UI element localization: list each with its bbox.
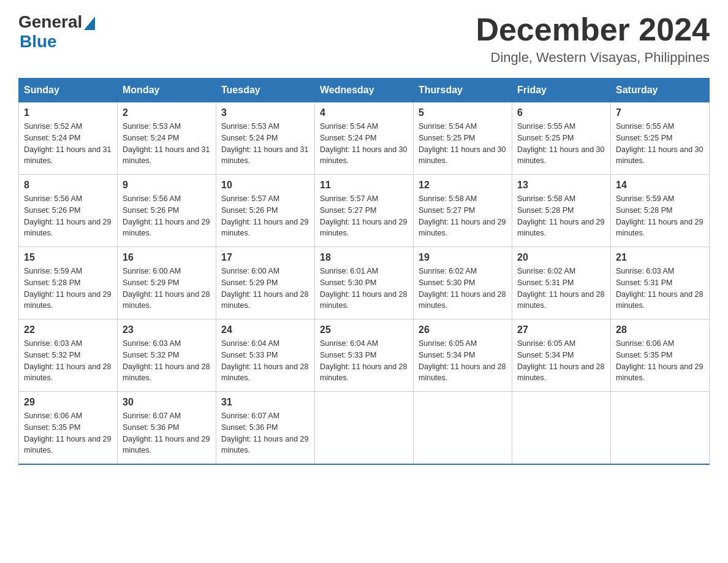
- calendar-header-wednesday: Wednesday: [315, 79, 414, 102]
- day-number: 23: [123, 324, 211, 335]
- day-info: Sunrise: 6:02 AMSunset: 5:31 PMDaylight:…: [517, 267, 604, 310]
- day-number: 21: [616, 252, 704, 263]
- calendar-cell: 9 Sunrise: 5:56 AMSunset: 5:26 PMDayligh…: [118, 175, 216, 247]
- day-number: 8: [24, 180, 112, 191]
- day-info: Sunrise: 6:07 AMSunset: 5:36 PMDaylight:…: [123, 412, 210, 454]
- calendar-cell: 20 Sunrise: 6:02 AMSunset: 5:31 PMDaylig…: [512, 247, 611, 320]
- calendar-week-row: 1 Sunrise: 5:52 AMSunset: 5:24 PMDayligh…: [19, 102, 710, 175]
- calendar-cell: [611, 392, 710, 465]
- day-number: 22: [24, 324, 112, 335]
- day-number: 17: [221, 252, 309, 263]
- day-number: 25: [320, 324, 408, 335]
- day-number: 20: [517, 252, 605, 263]
- day-number: 24: [221, 324, 309, 335]
- title-section: December 2024 Dingle, Western Visayas, P…: [476, 12, 710, 66]
- day-number: 2: [123, 107, 211, 118]
- day-number: 13: [517, 180, 605, 191]
- calendar-header-monday: Monday: [118, 79, 216, 102]
- month-title: December 2024: [476, 12, 710, 47]
- day-info: Sunrise: 6:05 AMSunset: 5:34 PMDaylight:…: [419, 339, 506, 382]
- location-subtitle: Dingle, Western Visayas, Philippines: [476, 50, 710, 66]
- calendar-cell: [414, 392, 512, 465]
- calendar-week-row: 22 Sunrise: 6:03 AMSunset: 5:32 PMDaylig…: [19, 320, 710, 392]
- calendar-cell: 5 Sunrise: 5:54 AMSunset: 5:25 PMDayligh…: [414, 102, 512, 175]
- calendar-week-row: 8 Sunrise: 5:56 AMSunset: 5:26 PMDayligh…: [19, 175, 710, 247]
- day-number: 30: [123, 397, 211, 408]
- calendar-cell: 31 Sunrise: 6:07 AMSunset: 5:36 PMDaylig…: [216, 392, 315, 465]
- day-info: Sunrise: 6:02 AMSunset: 5:30 PMDaylight:…: [419, 267, 506, 310]
- calendar-cell: 7 Sunrise: 5:55 AMSunset: 5:25 PMDayligh…: [611, 102, 710, 175]
- day-info: Sunrise: 5:55 AMSunset: 5:25 PMDaylight:…: [517, 122, 604, 165]
- day-info: Sunrise: 5:53 AMSunset: 5:24 PMDaylight:…: [221, 122, 308, 165]
- calendar-header-sunday: Sunday: [19, 79, 118, 102]
- day-number: 18: [320, 252, 408, 263]
- day-number: 19: [419, 252, 507, 263]
- day-info: Sunrise: 5:52 AMSunset: 5:24 PMDaylight:…: [24, 122, 111, 165]
- calendar-cell: 23 Sunrise: 6:03 AMSunset: 5:32 PMDaylig…: [118, 320, 216, 392]
- day-number: 7: [616, 107, 704, 118]
- day-info: Sunrise: 5:54 AMSunset: 5:25 PMDaylight:…: [419, 122, 506, 165]
- day-info: Sunrise: 6:01 AMSunset: 5:30 PMDaylight:…: [320, 267, 407, 310]
- calendar-cell: 6 Sunrise: 5:55 AMSunset: 5:25 PMDayligh…: [512, 102, 611, 175]
- day-number: 11: [320, 180, 408, 191]
- calendar-header-friday: Friday: [512, 79, 611, 102]
- day-info: Sunrise: 5:57 AMSunset: 5:26 PMDaylight:…: [221, 194, 308, 237]
- day-number: 28: [616, 324, 704, 335]
- calendar-cell: 22 Sunrise: 6:03 AMSunset: 5:32 PMDaylig…: [19, 320, 118, 392]
- day-info: Sunrise: 5:54 AMSunset: 5:24 PMDaylight:…: [320, 122, 407, 165]
- day-info: Sunrise: 6:04 AMSunset: 5:33 PMDaylight:…: [221, 339, 308, 382]
- calendar-cell: 8 Sunrise: 5:56 AMSunset: 5:26 PMDayligh…: [19, 175, 118, 247]
- calendar-cell: 30 Sunrise: 6:07 AMSunset: 5:36 PMDaylig…: [118, 392, 216, 465]
- day-number: 6: [517, 107, 605, 118]
- calendar-cell: 17 Sunrise: 6:00 AMSunset: 5:29 PMDaylig…: [216, 247, 315, 320]
- day-number: 31: [221, 397, 309, 408]
- logo-triangle-icon: [84, 17, 95, 30]
- day-info: Sunrise: 6:05 AMSunset: 5:34 PMDaylight:…: [517, 339, 604, 382]
- calendar-cell: 16 Sunrise: 6:00 AMSunset: 5:29 PMDaylig…: [118, 247, 216, 320]
- day-number: 16: [123, 252, 211, 263]
- day-number: 29: [24, 397, 112, 408]
- day-info: Sunrise: 6:03 AMSunset: 5:32 PMDaylight:…: [123, 339, 210, 382]
- day-number: 26: [419, 324, 507, 335]
- logo-general-text: General: [18, 12, 82, 32]
- calendar-table: SundayMondayTuesdayWednesdayThursdayFrid…: [18, 78, 710, 465]
- calendar-week-row: 29 Sunrise: 6:06 AMSunset: 5:35 PMDaylig…: [19, 392, 710, 465]
- day-info: Sunrise: 5:59 AMSunset: 5:28 PMDaylight:…: [616, 194, 703, 237]
- calendar-header-saturday: Saturday: [611, 79, 710, 102]
- day-info: Sunrise: 5:59 AMSunset: 5:28 PMDaylight:…: [24, 267, 111, 310]
- day-number: 27: [517, 324, 605, 335]
- day-info: Sunrise: 6:07 AMSunset: 5:36 PMDaylight:…: [221, 412, 308, 454]
- calendar-cell: 3 Sunrise: 5:53 AMSunset: 5:24 PMDayligh…: [216, 102, 315, 175]
- calendar-cell: 15 Sunrise: 5:59 AMSunset: 5:28 PMDaylig…: [19, 247, 118, 320]
- calendar-cell: 1 Sunrise: 5:52 AMSunset: 5:24 PMDayligh…: [19, 102, 118, 175]
- day-number: 4: [320, 107, 408, 118]
- day-info: Sunrise: 5:57 AMSunset: 5:27 PMDaylight:…: [320, 194, 407, 237]
- calendar-header-thursday: Thursday: [414, 79, 512, 102]
- day-info: Sunrise: 6:04 AMSunset: 5:33 PMDaylight:…: [320, 339, 407, 382]
- day-info: Sunrise: 6:03 AMSunset: 5:31 PMDaylight:…: [616, 267, 703, 310]
- calendar-cell: 19 Sunrise: 6:02 AMSunset: 5:30 PMDaylig…: [414, 247, 512, 320]
- day-info: Sunrise: 5:55 AMSunset: 5:25 PMDaylight:…: [616, 122, 703, 165]
- calendar-cell: 18 Sunrise: 6:01 AMSunset: 5:30 PMDaylig…: [315, 247, 414, 320]
- calendar-cell: [315, 392, 414, 465]
- day-number: 15: [24, 252, 112, 263]
- logo-blue-text: Blue: [20, 32, 57, 52]
- calendar-cell: 14 Sunrise: 5:59 AMSunset: 5:28 PMDaylig…: [611, 175, 710, 247]
- logo: General Blue: [18, 12, 95, 52]
- day-info: Sunrise: 5:53 AMSunset: 5:24 PMDaylight:…: [123, 122, 210, 165]
- calendar-header-tuesday: Tuesday: [216, 79, 315, 102]
- day-info: Sunrise: 6:00 AMSunset: 5:29 PMDaylight:…: [123, 267, 210, 310]
- calendar-cell: 2 Sunrise: 5:53 AMSunset: 5:24 PMDayligh…: [118, 102, 216, 175]
- day-info: Sunrise: 6:06 AMSunset: 5:35 PMDaylight:…: [616, 339, 703, 382]
- calendar-header-row: SundayMondayTuesdayWednesdayThursdayFrid…: [19, 79, 710, 102]
- day-number: 12: [419, 180, 507, 191]
- day-number: 9: [123, 180, 211, 191]
- calendar-cell: 26 Sunrise: 6:05 AMSunset: 5:34 PMDaylig…: [414, 320, 512, 392]
- calendar-cell: 11 Sunrise: 5:57 AMSunset: 5:27 PMDaylig…: [315, 175, 414, 247]
- page-header: General Blue December 2024 Dingle, Weste…: [18, 12, 710, 66]
- calendar-cell: 27 Sunrise: 6:05 AMSunset: 5:34 PMDaylig…: [512, 320, 611, 392]
- calendar-cell: 24 Sunrise: 6:04 AMSunset: 5:33 PMDaylig…: [216, 320, 315, 392]
- calendar-cell: 4 Sunrise: 5:54 AMSunset: 5:24 PMDayligh…: [315, 102, 414, 175]
- day-info: Sunrise: 6:00 AMSunset: 5:29 PMDaylight:…: [221, 267, 308, 310]
- calendar-cell: [512, 392, 611, 465]
